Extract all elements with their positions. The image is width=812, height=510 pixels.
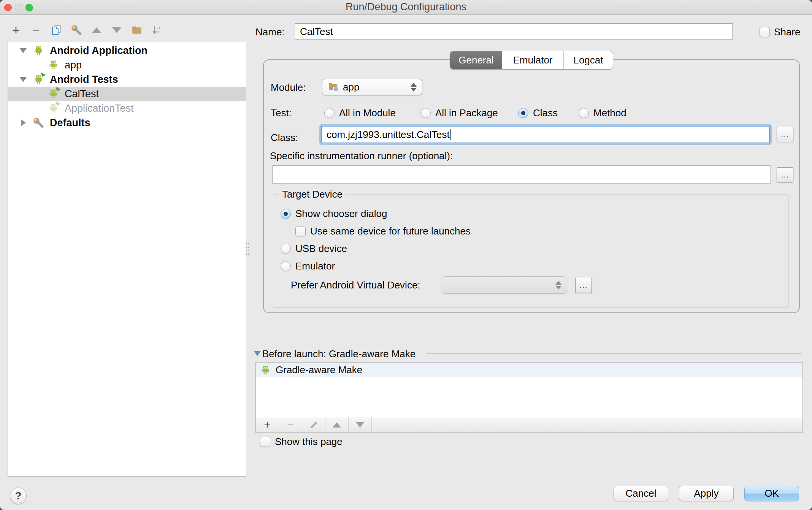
- radio-icon[interactable]: [579, 108, 589, 118]
- before-launch-header: Before launch: Gradle-aware Make: [262, 348, 416, 360]
- radio-label: Method: [593, 107, 626, 119]
- radio-label: Show chooser dialog: [295, 208, 387, 220]
- ok-button[interactable]: OK: [744, 486, 799, 501]
- radio-icon[interactable]: [281, 261, 291, 271]
- tree-item-label: CalTest: [65, 88, 99, 100]
- title-bar[interactable]: Run/Debug Configurations: [0, 0, 812, 15]
- avd-browse-button[interactable]: ...: [575, 278, 592, 293]
- module-icon: [328, 81, 339, 93]
- radio-class[interactable]: Class: [518, 107, 558, 119]
- remove-icon[interactable]: −: [29, 23, 43, 37]
- share-label: Share: [774, 24, 800, 40]
- tree-item-label: Android Tests: [50, 74, 118, 86]
- module-label: Module:: [271, 79, 306, 96]
- add-icon[interactable]: +: [256, 417, 279, 432]
- tree-item-label: Android Application: [50, 45, 147, 57]
- radio-icon[interactable]: [420, 108, 431, 118]
- checkbox-icon[interactable]: [295, 226, 306, 236]
- radio-label: All in Package: [435, 107, 498, 119]
- radio-icon[interactable]: [281, 244, 291, 254]
- tree-item-label: app: [65, 59, 82, 71]
- remove-icon[interactable]: −: [279, 417, 302, 432]
- radio-icon[interactable]: [324, 108, 335, 118]
- before-launch-list: Gradle-aware Make: [255, 362, 803, 417]
- configurations-toolbar: + −: [9, 21, 164, 39]
- tab-logcat[interactable]: Logcat: [563, 51, 613, 69]
- android-icon: [33, 45, 44, 56]
- radio-selected-icon[interactable]: [518, 108, 528, 118]
- radio-usb-device[interactable]: USB device: [281, 243, 347, 254]
- radio-all-in-module[interactable]: All in Module: [324, 107, 396, 119]
- radio-selected-icon[interactable]: [281, 209, 291, 219]
- radio-label: USB device: [295, 243, 347, 255]
- name-input[interactable]: CalTest: [295, 23, 733, 40]
- tab-general[interactable]: General: [450, 51, 502, 69]
- run-debug-configurations-dialog: Run/Debug Configurations + − Android App…: [0, 0, 812, 510]
- move-up-icon[interactable]: [325, 417, 349, 432]
- tree-item-android-application[interactable]: Android Application: [8, 43, 246, 58]
- radio-label: All in Module: [339, 107, 396, 119]
- module-select[interactable]: app: [322, 79, 422, 95]
- before-launch-item-gradle-aware-make[interactable]: Gradle-aware Make: [256, 363, 802, 377]
- add-icon[interactable]: +: [9, 23, 23, 37]
- tree-item-defaults[interactable]: Defaults: [8, 116, 246, 130]
- apply-button[interactable]: Apply: [679, 486, 734, 501]
- target-device-legend: Target Device: [279, 188, 346, 200]
- edit-defaults-icon[interactable]: [70, 23, 83, 37]
- class-label: Class:: [271, 129, 298, 146]
- avd-select[interactable]: [442, 276, 567, 294]
- stepper-arrows-icon: [411, 83, 422, 92]
- android-icon: [260, 364, 271, 376]
- tree-item-label: Defaults: [50, 117, 90, 129]
- tree-item-applicationtest[interactable]: ApplicationTest: [8, 101, 246, 116]
- test-label: Test:: [271, 107, 292, 119]
- radio-show-chooser-dialog[interactable]: Show chooser dialog: [281, 208, 387, 219]
- before-launch-collapse-icon[interactable]: [254, 351, 261, 356]
- move-down-icon[interactable]: [349, 417, 372, 432]
- cancel-button[interactable]: Cancel: [614, 486, 668, 501]
- class-input[interactable]: com.jzj1993.unittest.CalTest: [321, 126, 770, 143]
- checkbox-label: Use same device for future launches: [310, 225, 471, 237]
- class-value: com.jzj1993.unittest.CalTest: [327, 129, 450, 141]
- configurations-tree: Android Application app Android Tests Ca…: [8, 41, 246, 477]
- tree-item-android-tests[interactable]: Android Tests: [8, 72, 246, 87]
- prefer-avd-label: Prefer Android Virtual Device:: [291, 276, 420, 294]
- edit-icon[interactable]: [302, 417, 325, 432]
- share-checkbox[interactable]: [760, 27, 770, 37]
- sort-icon[interactable]: [150, 23, 164, 37]
- wrench-icon: [33, 117, 44, 128]
- android-icon: [48, 59, 59, 71]
- radio-label: Emulator: [295, 260, 335, 272]
- radio-all-in-package[interactable]: All in Package: [420, 107, 498, 119]
- expand-arrow-icon[interactable]: [19, 119, 27, 126]
- collapse-arrow-icon[interactable]: [19, 48, 27, 53]
- tab-emulator[interactable]: Emulator: [502, 51, 563, 69]
- show-this-page-row[interactable]: Show this page: [260, 436, 343, 447]
- use-same-device-checkbox-row[interactable]: Use same device for future launches: [295, 225, 471, 237]
- help-button[interactable]: ?: [10, 488, 27, 504]
- tree-item-label: ApplicationTest: [65, 103, 134, 114]
- collapse-arrow-icon[interactable]: [19, 77, 27, 82]
- tree-item-app[interactable]: app: [8, 58, 246, 72]
- android-test-icon: [48, 103, 59, 114]
- panel-splitter-handle[interactable]: [245, 242, 250, 257]
- runner-browse-button[interactable]: ...: [777, 167, 793, 182]
- radio-emulator[interactable]: Emulator: [281, 260, 335, 272]
- tree-item-caltest-selected[interactable]: CalTest: [8, 87, 246, 101]
- radio-method[interactable]: Method: [579, 107, 626, 119]
- copy-icon[interactable]: [49, 23, 63, 37]
- radio-label: Class: [533, 107, 558, 119]
- tab-bar: General Emulator Logcat: [450, 51, 613, 70]
- move-down-icon[interactable]: [110, 23, 124, 37]
- folder-icon[interactable]: [130, 23, 144, 37]
- checkbox-icon[interactable]: [260, 437, 270, 447]
- stepper-arrows-icon: [555, 281, 567, 290]
- module-value: app: [343, 81, 359, 93]
- android-test-icon: [33, 74, 44, 85]
- runner-input[interactable]: [272, 165, 771, 184]
- before-launch-toolbar: + −: [255, 417, 803, 433]
- name-label: Name:: [255, 24, 285, 40]
- move-up-icon[interactable]: [90, 23, 103, 37]
- name-value: CalTest: [300, 26, 333, 38]
- class-browse-button[interactable]: ...: [777, 127, 793, 142]
